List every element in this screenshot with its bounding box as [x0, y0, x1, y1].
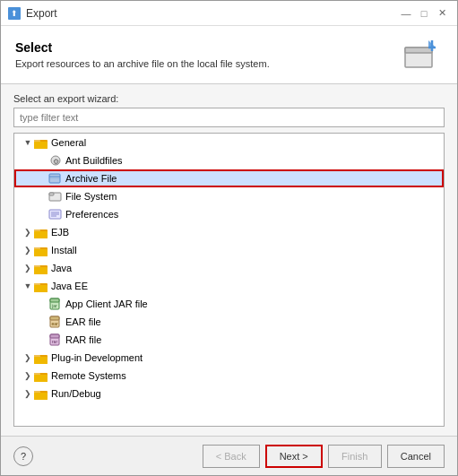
finish-button[interactable]: Finish	[328, 445, 382, 468]
tree-item-plugin-dev[interactable]: ❯ Plug-in Development	[14, 349, 444, 367]
export-app-icon: ⬆	[8, 7, 21, 20]
toggle-archive	[36, 172, 48, 185]
tree-item-general[interactable]: ▼ General	[14, 134, 444, 151]
dialog-description: Export resources to an archive file on t…	[15, 58, 270, 69]
header-export-icon	[400, 37, 443, 73]
folder-ejb-icon	[34, 226, 48, 238]
rar-icon: rar	[48, 333, 63, 346]
app-client-label: App Client JAR file	[65, 299, 148, 309]
tree-item-app-client[interactable]: jar App Client JAR file	[14, 295, 444, 313]
footer: ? < Back Next > Finish Cancel	[1, 436, 457, 475]
toggle-java-ee: ▼	[22, 280, 34, 292]
install-label: Install	[51, 245, 77, 255]
toggle-java: ❯	[22, 262, 34, 274]
export-dialog: ⬆ Export — □ ✕ Select Export resources t…	[0, 0, 458, 476]
archive-icon	[48, 172, 63, 185]
tree-item-ear-file[interactable]: ear EAR file	[14, 313, 444, 331]
svg-rect-1	[405, 48, 432, 53]
ant-buildfiles-label: Ant Buildfiles	[65, 155, 123, 166]
java-ee-label: Java EE	[51, 281, 88, 291]
toggle-plugin: ❯	[22, 351, 34, 364]
help-button[interactable]: ?	[13, 446, 33, 466]
ejb-label: EJB	[51, 227, 69, 238]
toggle-ant	[36, 154, 48, 167]
svg-rect-24	[34, 249, 48, 256]
svg-rect-42	[34, 357, 48, 364]
tree-item-install[interactable]: ❯ Install	[14, 241, 444, 259]
svg-text:⚙: ⚙	[53, 158, 59, 166]
header-section: Select Export resources to an archive fi…	[1, 26, 457, 84]
run-debug-label: Run/Debug	[51, 388, 101, 399]
filesystem-icon	[48, 190, 63, 203]
tree-item-run-debug[interactable]: ❯ Run/Debug	[14, 385, 444, 402]
title-bar-controls: — □ ✕	[398, 5, 450, 22]
svg-text:ear: ear	[51, 321, 58, 326]
window-title: Export	[26, 7, 57, 20]
dialog-title: Select	[15, 40, 270, 55]
folder-remote-icon	[34, 369, 48, 382]
back-button[interactable]: < Back	[203, 445, 260, 468]
general-label: General	[51, 137, 86, 148]
preferences-label: Preferences	[65, 209, 118, 220]
rar-file-label: RAR file	[65, 334, 101, 345]
toggle-prefs	[36, 208, 48, 221]
cancel-button[interactable]: Cancel	[387, 445, 445, 468]
toggle-app-client	[36, 298, 48, 310]
ant-icon: ⚙	[48, 154, 63, 167]
svg-text:rar: rar	[52, 339, 57, 344]
tree-item-ant-buildfiles[interactable]: ⚙ Ant Buildfiles	[14, 151, 444, 169]
title-bar-left: ⬆ Export	[8, 7, 57, 20]
tree-item-java-ee[interactable]: ▼ Java EE	[14, 277, 444, 295]
filter-input[interactable]	[13, 108, 445, 127]
folder-run-debug-icon	[34, 387, 48, 400]
footer-right: < Back Next > Finish Cancel	[203, 445, 445, 468]
tree-container[interactable]: ▼ General ⚙ Ant Buildfiles	[13, 133, 445, 427]
jar-icon: jar	[48, 298, 63, 310]
folder-open-icon	[34, 136, 48, 149]
toggle-rar	[36, 333, 48, 346]
next-button[interactable]: Next >	[265, 445, 323, 468]
tree-item-file-system[interactable]: File System	[14, 187, 444, 205]
close-button[interactable]: ✕	[434, 5, 450, 22]
folder-java-ee-icon	[34, 280, 48, 292]
tree-item-preferences[interactable]: Preferences	[14, 205, 444, 223]
tree-item-java[interactable]: ❯ Java	[14, 259, 444, 277]
svg-rect-27	[34, 267, 48, 274]
toggle-remote: ❯	[22, 369, 34, 382]
archive-file-label: Archive File	[65, 173, 117, 184]
toggle-ear	[36, 316, 48, 328]
tree-item-rar-file[interactable]: rar RAR file	[14, 331, 444, 349]
toggle-run-debug: ❯	[22, 387, 34, 400]
minimize-button[interactable]: —	[398, 5, 414, 22]
svg-rect-21	[34, 231, 48, 238]
maximize-button[interactable]: □	[416, 5, 432, 22]
svg-rect-7	[34, 142, 48, 149]
title-bar: ⬆ Export — □ ✕	[1, 1, 457, 26]
tree-item-ejb[interactable]: ❯ EJB	[14, 223, 444, 241]
ear-file-label: EAR file	[65, 316, 101, 327]
tree-item-remote-systems[interactable]: ❯ Remote Systems	[14, 367, 444, 385]
toggle-ejb: ❯	[22, 226, 34, 238]
plugin-dev-label: Plug-in Development	[51, 352, 143, 363]
svg-text:jar: jar	[51, 303, 57, 308]
content-section: Select an export wizard: ▼ General ⚙	[1, 84, 457, 436]
folder-java-icon	[34, 262, 48, 274]
toggle-install: ❯	[22, 244, 34, 256]
toggle-filesystem	[36, 190, 48, 203]
svg-rect-35	[50, 316, 59, 320]
svg-rect-38	[50, 334, 59, 338]
svg-rect-14	[49, 193, 54, 195]
svg-rect-48	[34, 393, 48, 400]
remote-systems-label: Remote Systems	[51, 370, 126, 381]
tree-item-archive-file[interactable]: Archive File	[14, 169, 444, 187]
folder-install-icon	[34, 244, 48, 256]
svg-rect-45	[34, 375, 48, 382]
wizard-label: Select an export wizard:	[13, 93, 445, 104]
folder-plugin-icon	[34, 351, 48, 364]
svg-rect-30	[34, 285, 48, 292]
header-text: Select Export resources to an archive fi…	[15, 40, 270, 69]
svg-rect-32	[50, 299, 59, 302]
java-label: Java	[51, 263, 72, 273]
ear-icon: ear	[48, 316, 63, 328]
toggle-general: ▼	[22, 136, 34, 149]
